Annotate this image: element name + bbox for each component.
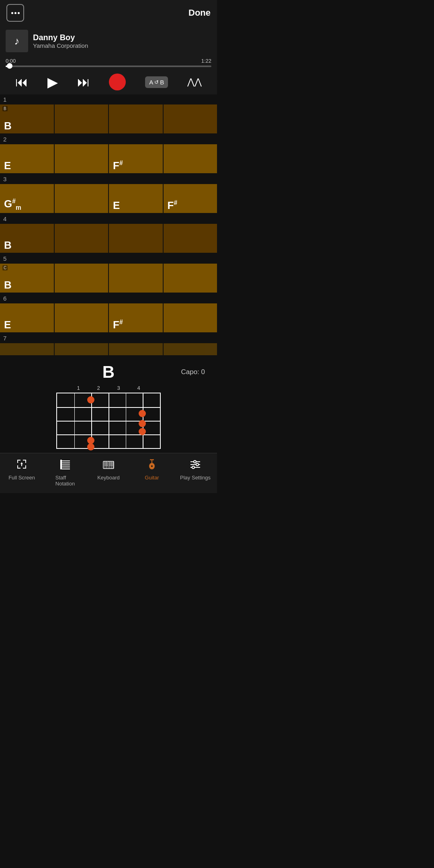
svg-rect-3 — [25, 460, 26, 463]
more-options-button[interactable] — [6, 4, 24, 22]
nav-item-guitar[interactable]: Guitar — [130, 457, 174, 488]
chord-cell-7-4[interactable] — [164, 343, 217, 355]
nav-item-play-settings[interactable]: Play Settings — [174, 457, 217, 488]
nav-label-play-settings: Play Settings — [180, 475, 211, 481]
svg-point-32 — [151, 465, 153, 467]
keyboard-icon — [102, 458, 115, 473]
chord-cell-4-4[interactable] — [164, 224, 217, 253]
now-playing-bar: ♪ Danny Boy Yamaha Corporation — [0, 26, 217, 56]
chord-cell-2-2[interactable] — [55, 144, 108, 173]
done-button[interactable]: Done — [188, 8, 211, 18]
progress-area[interactable]: 0:00 1:22 — [0, 56, 217, 70]
chord-row-4: B — [0, 224, 217, 253]
chord-cell-5-1[interactable]: C B — [0, 264, 54, 293]
chord-cell-6-2[interactable] — [55, 303, 108, 332]
svg-rect-41 — [194, 467, 200, 468]
chord-cell-3-3[interactable]: E — [109, 184, 163, 213]
chord-row-6: E F# — [0, 303, 217, 332]
svg-rect-9 — [21, 464, 22, 466]
chord-diagram-area: B Capo: 0 1 2 3 4 — [0, 356, 217, 453]
svg-point-31 — [153, 459, 154, 461]
fret-grid — [56, 393, 161, 449]
dot2 — [14, 12, 16, 14]
svg-rect-38 — [199, 464, 200, 465]
capo-label: Capo: 0 — [181, 368, 205, 376]
chord-cell-7-2[interactable] — [55, 343, 108, 355]
row-label-7: 7 — [0, 333, 217, 343]
nav-item-keyboard[interactable]: Keyboard — [87, 457, 130, 488]
chord-cell-1-2[interactable] — [55, 104, 108, 133]
row-label-1: 1 — [0, 94, 217, 104]
nav-item-staff[interactable]: StaffNotation — [43, 457, 87, 488]
chord-cell-7-3[interactable] — [109, 343, 163, 355]
track-artist: Yamaha Corporation — [33, 42, 211, 49]
svg-point-34 — [194, 461, 196, 463]
svg-point-40 — [192, 466, 194, 469]
chord-row-2: E F# — [0, 144, 217, 173]
fret-diagram: 1 2 3 4 — [56, 385, 161, 449]
bottom-nav: Full Screen StaffNotation — [0, 453, 217, 493]
chord-cell-2-1[interactable]: E — [0, 144, 54, 173]
chord-section: 1 B B 2 E F# 3 G#m E F# 4 — [0, 94, 217, 355]
svg-point-37 — [196, 463, 199, 466]
chord-cell-7-1[interactable] — [0, 343, 54, 355]
chord-diagram-header: B Capo: 0 — [0, 362, 217, 382]
chord-cell-5-3[interactable] — [109, 264, 163, 293]
rewind-button[interactable]: ⏮ — [15, 75, 28, 90]
chord-cell-1-4[interactable] — [164, 104, 217, 133]
staff-icon — [59, 458, 71, 473]
fret-dot-3 — [139, 420, 146, 427]
play-settings-icon — [189, 458, 201, 473]
track-title: Danny Boy — [33, 33, 211, 42]
svg-rect-35 — [196, 461, 200, 462]
chord-cell-1-1[interactable]: B B — [0, 104, 54, 133]
nav-label-staff: StaffNotation — [55, 475, 75, 487]
chord-cell-6-3[interactable]: F# — [109, 303, 163, 332]
chord-cell-4-3[interactable] — [109, 224, 163, 253]
chord-cell-2-3[interactable]: F# — [109, 144, 163, 173]
svg-rect-7 — [25, 465, 26, 469]
row-label-5: 5 — [0, 254, 217, 264]
row-label-3: 3 — [0, 174, 217, 184]
svg-rect-36 — [190, 464, 196, 465]
chord-cell-2-4[interactable] — [164, 144, 217, 173]
fret-dot-1 — [87, 396, 94, 403]
chord-cell-5-2[interactable] — [55, 264, 108, 293]
nav-label-guitar: Guitar — [145, 475, 159, 481]
svg-rect-5 — [17, 465, 18, 469]
chord-big-name: B — [102, 362, 115, 382]
chord-cell-4-2[interactable] — [55, 224, 108, 253]
row-label-6: 6 — [0, 293, 217, 303]
chord-cell-3-4[interactable]: F# — [164, 184, 217, 213]
fast-forward-button[interactable]: ⏭ — [77, 75, 90, 90]
nav-item-fullscreen[interactable]: Full Screen — [0, 457, 43, 488]
fret-numbers: 1 2 3 4 — [56, 385, 161, 391]
dot3 — [18, 12, 20, 14]
svg-rect-33 — [190, 461, 194, 462]
boost-button[interactable]: ⋀⋀ — [187, 77, 202, 87]
chord-cell-3-2[interactable] — [55, 184, 108, 213]
fret-dot-4 — [139, 428, 146, 435]
ab-label-b: B — [160, 79, 164, 86]
app-header: Done — [0, 0, 217, 26]
ab-button[interactable]: A ↺ B — [145, 76, 168, 88]
nav-label-fullscreen: Full Screen — [8, 475, 35, 481]
chord-cell-4-1[interactable]: B — [0, 224, 54, 253]
svg-point-30 — [150, 459, 151, 461]
progress-track[interactable] — [6, 66, 211, 67]
chord-row-1: B B — [0, 104, 217, 133]
row-label-2: 2 — [0, 134, 217, 144]
fret-dot-2 — [139, 410, 146, 417]
chord-cell-1-3[interactable] — [109, 104, 163, 133]
chord-cell-3-1[interactable]: G#m — [0, 184, 54, 213]
play-button[interactable]: ▶ — [47, 74, 58, 90]
chord-cell-6-4[interactable] — [164, 303, 217, 332]
chord-row-7 — [0, 343, 217, 355]
record-button[interactable] — [109, 74, 126, 90]
transport-controls: ⏮ ▶ ⏭ A ↺ B ⋀⋀ — [0, 70, 217, 94]
chord-row-3: G#m E F# — [0, 184, 217, 213]
progress-thumb[interactable] — [7, 63, 12, 69]
guitar-icon — [146, 458, 158, 473]
chord-cell-5-4[interactable] — [164, 264, 217, 293]
chord-cell-6-1[interactable]: E — [0, 303, 54, 332]
